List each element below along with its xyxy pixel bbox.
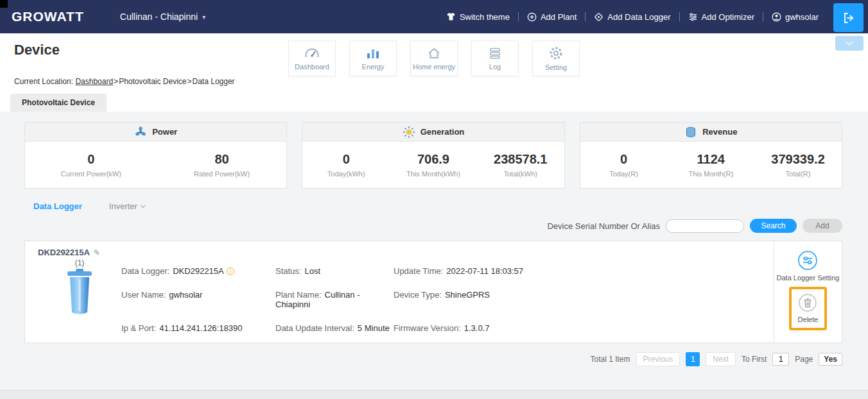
device-serial-search-input[interactable] <box>666 219 744 233</box>
breadcrumb: Current Location: Dashboard>Photovoltaic… <box>14 77 235 86</box>
data-logger-card: DKD292215A ✎ (1) Data Logger:DK <box>24 241 842 343</box>
growatt-logo: GROWATT <box>12 9 84 24</box>
nav-card-log[interactable]: Log <box>471 40 519 76</box>
page-number-input[interactable] <box>772 353 789 366</box>
nav-card-label: Setting <box>545 64 567 71</box>
logger-actions-panel: Data Logger Setting Delete <box>774 241 842 343</box>
breadcrumb-separator: > <box>187 77 192 86</box>
stat-value: 238578.1 <box>492 152 550 167</box>
chevron-down-icon <box>844 40 855 46</box>
breadcrumb-item-data-logger: Data Logger <box>193 77 235 86</box>
plant-selector-dropdown[interactable]: Cullinan - Chiapinni ▾ <box>120 12 205 22</box>
stat-cards-row: Power 0 Current Power(kW) 80 Rated Power… <box>24 122 842 189</box>
add-plant-button[interactable]: Add Plant <box>519 12 585 22</box>
data-logger-setting-label: Data Logger Setting <box>777 274 840 282</box>
floating-actions <box>833 3 864 51</box>
go-to-page-button[interactable]: Yes <box>819 353 842 366</box>
next-page-button[interactable]: Next <box>706 352 736 366</box>
field-plant-name: Plant Name:Cullinan - Chiapinni <box>275 290 394 309</box>
previous-page-button[interactable]: Previous <box>636 352 681 366</box>
revenue-card: Revenue 0 Today(R) 1124 This Month(R) 37… <box>580 122 842 189</box>
delete-button[interactable]: Delete <box>798 293 819 323</box>
stat-revenue-month: 1124 This Month(R) <box>682 152 740 178</box>
add-optimizer-label: Add Optimizer <box>702 12 754 22</box>
generation-card: Generation 0 Today(kWh) 706.9 This Month… <box>302 122 564 189</box>
nav-card-energy[interactable]: Energy <box>349 40 397 76</box>
screen-corner-artifact <box>0 0 8 8</box>
add-plant-label: Add Plant <box>541 12 577 22</box>
logger-icon-block: (1) <box>38 259 121 333</box>
stat-rated-power: 80 Rated Power(kW) <box>193 152 251 178</box>
datalogger-device-icon <box>64 267 96 316</box>
logout-button[interactable] <box>833 3 864 32</box>
field-user-name: User Name:gwhsolar <box>121 290 275 309</box>
stat-value: 0 <box>61 152 121 167</box>
gear-icon <box>549 46 563 60</box>
data-logger-setting-button[interactable]: Data Logger Setting <box>777 250 840 282</box>
search-button[interactable]: Search <box>750 219 797 233</box>
stat-revenue-today: 0 Today(R) <box>595 152 653 178</box>
field-value: DKD292215A <box>173 266 224 276</box>
stack-icon <box>488 47 502 60</box>
nav-card-label: Log <box>489 63 501 71</box>
generation-card-body: 0 Today(kWh) 706.9 This Month(kWh) 23857… <box>302 142 564 188</box>
field-device-type: Device Type:ShineGPRS <box>394 290 774 309</box>
field-value: Lost <box>304 266 320 276</box>
field-update-time: Update Time:2022-07-11 18:03:57 <box>394 266 774 276</box>
nav-card-home-energy[interactable]: Home energy <box>410 40 458 76</box>
nav-card-dashboard[interactable]: Dashboard <box>288 40 336 76</box>
user-icon <box>772 12 781 22</box>
add-optimizer-button[interactable]: Add Optimizer <box>680 12 763 22</box>
nav-card-label: Dashboard <box>295 63 329 71</box>
tab-data-logger[interactable]: Data Logger <box>33 201 82 211</box>
info-icon[interactable]: i <box>227 267 234 275</box>
datalogger-icon <box>594 12 603 22</box>
tab-inverter[interactable]: Inverter <box>109 201 146 211</box>
add-data-logger-label: Add Data Logger <box>607 12 670 22</box>
generation-card-header: Generation <box>302 123 564 142</box>
revenue-card-body: 0 Today(R) 1124 This Month(R) 379339.2 T… <box>580 142 842 188</box>
stat-label: Today(kWh) <box>317 170 375 178</box>
logger-serial: DKD292215A <box>38 248 90 257</box>
shirt-icon <box>446 12 456 21</box>
field-label: Status: <box>275 266 301 276</box>
field-ip-port: Ip & Port:41.114.241.126:18390 <box>121 323 275 333</box>
stat-value: 1124 <box>682 152 740 167</box>
stat-value: 0 <box>317 152 375 167</box>
stat-label: Total(kWh) <box>492 170 550 178</box>
add-button[interactable]: Add <box>803 219 842 233</box>
user-menu-button[interactable]: gwhsolar <box>763 12 827 22</box>
field-status: Status:Lost <box>275 266 394 276</box>
current-page-button[interactable]: 1 <box>686 352 700 366</box>
to-first-label: To First <box>742 355 767 364</box>
stat-label: This Month(R) <box>682 170 740 178</box>
top-navbar: GROWATT Cullinan - Chiapinni ▾ Switch th… <box>0 0 868 33</box>
collapse-panel-button[interactable] <box>835 36 864 51</box>
username-label: gwhsolar <box>785 12 819 22</box>
chevron-down-icon <box>140 205 146 208</box>
breadcrumb-item-photovoltaic-device[interactable]: Photovoltaic Device <box>119 77 186 86</box>
logger-serial-header: DKD292215A ✎ <box>38 248 774 257</box>
pagination-bar: Total 1 Item Previous 1 Next To First Pa… <box>24 352 842 366</box>
data-logger-card-main: DKD292215A ✎ (1) Data Logger:DK <box>25 241 774 343</box>
add-data-logger-button[interactable]: Add Data Logger <box>586 12 679 22</box>
power-card-title: Power <box>152 127 177 137</box>
logger-index: (1) <box>38 259 121 267</box>
nav-card-setting[interactable]: Setting <box>532 40 580 76</box>
edit-alias-icon[interactable]: ✎ <box>94 248 100 257</box>
tab-photovoltaic-device[interactable]: Photovoltaic Device <box>10 94 107 112</box>
stat-label: This Month(kWh) <box>404 170 462 178</box>
plus-circle-icon <box>527 12 537 22</box>
stat-value: 379339.2 <box>769 152 827 167</box>
field-value: 1.3.0.7 <box>464 323 490 333</box>
stat-label: Today(R) <box>595 170 653 178</box>
field-value: gwhsolar <box>169 290 202 300</box>
stat-revenue-total: 379339.2 Total(R) <box>769 152 827 178</box>
chevron-down-icon: ▾ <box>202 13 205 21</box>
stat-value: 0 <box>595 152 653 167</box>
field-value: ShineGPRS <box>445 290 490 300</box>
switch-theme-button[interactable]: Switch theme <box>438 12 518 22</box>
breadcrumb-link-dashboard[interactable]: Dashboard <box>75 77 113 86</box>
field-data-update-interval: Data Update Interval:5 Minute <box>275 323 394 333</box>
field-label: Ip & Port: <box>121 323 156 333</box>
